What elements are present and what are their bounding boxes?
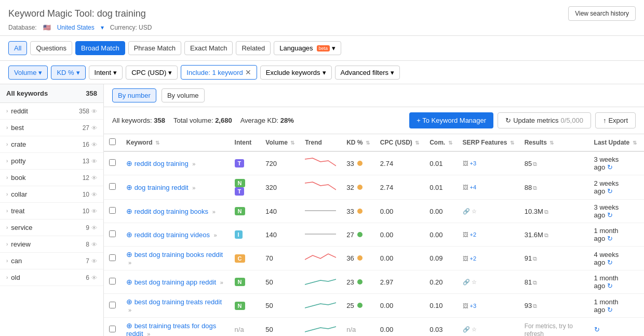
row-checkbox[interactable]: [109, 183, 116, 190]
update-metrics-button[interactable]: ↻ Update metrics 0/5,000: [498, 112, 591, 128]
sidebar-item[interactable]: › best 27 👁: [0, 120, 103, 136]
add-keyword-icon[interactable]: ⊕: [126, 278, 132, 286]
tab-questions[interactable]: Questions: [30, 41, 72, 55]
by-volume-button[interactable]: By volume: [162, 88, 205, 102]
refresh-row-button[interactable]: ↻: [607, 306, 613, 314]
keyword-link[interactable]: best dog training treats reddit: [135, 298, 222, 306]
keyword-link[interactable]: best dog training books reddit: [135, 251, 223, 259]
refresh-row-button[interactable]: ↻: [594, 326, 600, 333]
eye-icon[interactable]: 👁: [91, 191, 97, 198]
keyword-arrow-icon[interactable]: »: [128, 260, 131, 266]
eye-icon[interactable]: 👁: [91, 275, 97, 281]
sidebar-item[interactable]: › review 8 👁: [0, 236, 103, 253]
intent-col-header[interactable]: Intent: [230, 134, 261, 151]
keyword-link[interactable]: dog training reddit: [135, 184, 189, 191]
export-button[interactable]: ↑ Export: [595, 112, 636, 128]
trend-col-header[interactable]: Trend: [300, 134, 341, 151]
refresh-row-button[interactable]: ↻: [607, 259, 613, 266]
row-checkbox-cell[interactable]: [104, 151, 121, 175]
add-keyword-icon[interactable]: ⊕: [126, 183, 132, 191]
eye-icon[interactable]: 👁: [91, 158, 97, 164]
intent-filter[interactable]: Intent ▾: [89, 66, 123, 80]
sidebar-item[interactable]: › service 9 👁: [0, 219, 103, 236]
by-number-button[interactable]: By number: [112, 88, 156, 102]
eye-icon[interactable]: 👁: [91, 241, 97, 248]
sidebar-item[interactable]: › reddit 358 👁: [0, 103, 103, 120]
tab-exact-match[interactable]: Exact Match: [184, 41, 233, 55]
keyword-arrow-icon[interactable]: »: [214, 232, 217, 238]
volume-filter[interactable]: Volume ▾: [8, 66, 48, 80]
refresh-row-button[interactable]: ↻: [607, 211, 613, 219]
row-checkbox-cell[interactable]: [104, 223, 121, 247]
sidebar-item[interactable]: › crate 16 👁: [0, 136, 103, 153]
kd-filter[interactable]: KD % ▾: [51, 66, 85, 80]
cpc-filter[interactable]: CPC (USD) ▾: [126, 66, 178, 80]
refresh-row-button[interactable]: ↻: [607, 235, 613, 242]
exclude-keywords-filter[interactable]: Exclude keywords ▾: [260, 66, 332, 80]
select-all-checkbox[interactable]: [109, 138, 116, 145]
keyword-arrow-icon[interactable]: »: [147, 331, 150, 336]
tab-related[interactable]: Related: [236, 41, 271, 55]
eye-icon[interactable]: 👁: [91, 125, 97, 131]
eye-icon[interactable]: 👁: [91, 175, 97, 181]
row-checkbox-cell[interactable]: [104, 247, 121, 270]
add-keyword-icon[interactable]: ⊕: [126, 230, 132, 239]
tab-languages[interactable]: Languages beta ▾: [274, 41, 341, 55]
database-link[interactable]: United States: [57, 24, 95, 31]
serp-col-header[interactable]: SERP Features ⇅: [458, 134, 519, 151]
sidebar-item[interactable]: › potty 13 👁: [0, 153, 103, 170]
results-col-header[interactable]: Results ⇅: [519, 134, 589, 151]
add-keyword-icon[interactable]: ⊕: [126, 159, 132, 167]
keyword-arrow-icon[interactable]: »: [128, 307, 131, 313]
row-checkbox-cell[interactable]: [104, 270, 121, 294]
eye-icon[interactable]: 👁: [91, 141, 97, 148]
row-checkbox-cell[interactable]: [104, 175, 121, 200]
refresh-row-button[interactable]: ↻: [607, 282, 613, 290]
keyword-link[interactable]: best dog training app reddit: [135, 278, 217, 286]
keyword-arrow-icon[interactable]: »: [192, 185, 195, 191]
row-checkbox[interactable]: [109, 326, 116, 332]
sidebar-item[interactable]: › treat 10 👁: [0, 203, 103, 219]
row-checkbox[interactable]: [109, 207, 116, 214]
row-checkbox[interactable]: [109, 278, 116, 285]
tab-phrase-match[interactable]: Phrase Match: [128, 41, 181, 55]
sidebar-item[interactable]: › old 6 👁: [0, 269, 103, 286]
eye-icon[interactable]: 👁: [91, 208, 97, 214]
view-history-button[interactable]: View search history: [568, 6, 636, 21]
keyword-link[interactable]: best training treats for dogs reddit: [126, 322, 216, 336]
row-checkbox[interactable]: [109, 302, 116, 308]
sidebar-item[interactable]: › book 12 👁: [0, 170, 103, 186]
remove-include-filter-icon[interactable]: ✕: [245, 68, 251, 76]
tab-broad-match[interactable]: Broad Match: [75, 41, 125, 55]
row-checkbox-cell[interactable]: [104, 200, 121, 223]
refresh-row-button[interactable]: ↻: [607, 163, 613, 171]
keyword-col-header[interactable]: Keyword ⇅: [121, 134, 230, 151]
advanced-filters[interactable]: Advanced filters ▾: [335, 66, 400, 80]
include-keywords-filter[interactable]: Include: 1 keyword ✕: [181, 65, 257, 80]
row-checkbox[interactable]: [109, 254, 116, 261]
add-keyword-icon[interactable]: ⊕: [126, 207, 132, 215]
keyword-link[interactable]: reddit dog training books: [135, 208, 208, 215]
keyword-link[interactable]: reddit dog training videos: [135, 231, 210, 239]
row-checkbox[interactable]: [109, 159, 116, 166]
sidebar-item[interactable]: › can 7 👁: [0, 253, 103, 269]
tab-all[interactable]: All: [8, 41, 27, 55]
sidebar-item[interactable]: › collar 10 👁: [0, 186, 103, 203]
to-keyword-manager-button[interactable]: + To Keyword Manager: [409, 112, 493, 128]
eye-icon[interactable]: 👁: [91, 225, 97, 231]
eye-icon[interactable]: 👁: [91, 108, 97, 114]
volume-col-header[interactable]: Volume ⇅: [260, 134, 300, 151]
eye-icon[interactable]: 👁: [91, 258, 97, 264]
keyword-arrow-icon[interactable]: »: [220, 279, 223, 286]
last-update-col-header[interactable]: Last Update ⇅: [589, 134, 644, 151]
com-col-header[interactable]: Com. ⇅: [424, 134, 457, 151]
row-checkbox[interactable]: [109, 230, 116, 237]
refresh-row-button[interactable]: ↻: [607, 187, 613, 195]
keyword-link[interactable]: reddit dog training: [135, 160, 189, 167]
row-checkbox-cell[interactable]: [104, 318, 121, 337]
keyword-arrow-icon[interactable]: »: [212, 209, 216, 215]
kd-col-header[interactable]: KD % ⇅: [341, 134, 375, 151]
add-keyword-icon[interactable]: ⊕: [126, 250, 132, 259]
chevron-down-icon[interactable]: ▾: [101, 24, 104, 31]
add-keyword-icon[interactable]: ⊕: [126, 298, 132, 306]
